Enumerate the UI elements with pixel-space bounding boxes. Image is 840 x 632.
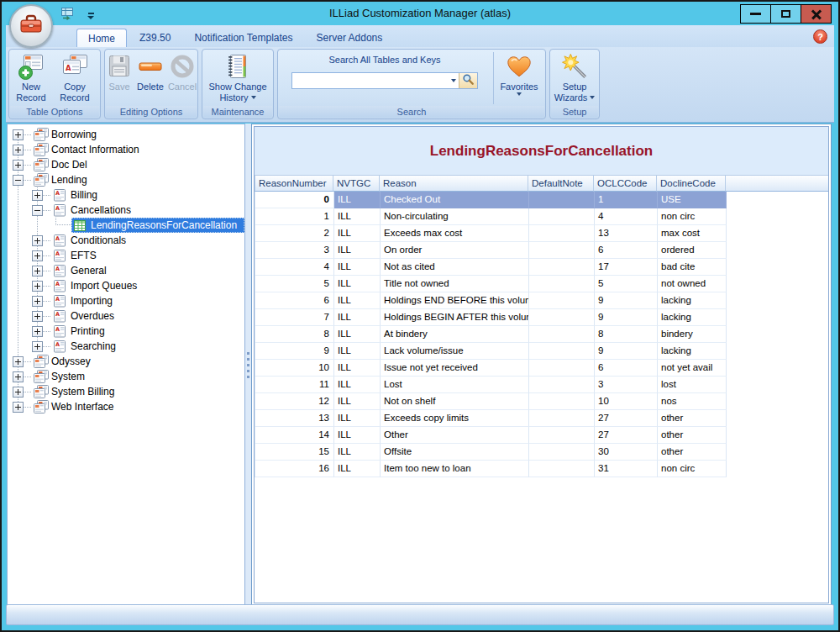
cell-defaultnote[interactable]: [529, 208, 595, 225]
cell-reasonnumber[interactable]: 4: [255, 259, 334, 276]
cell-doclinecode[interactable]: not yet avail: [658, 360, 727, 377]
expand-plus-icon[interactable]: [13, 160, 24, 171]
search-go-button[interactable]: [459, 73, 477, 88]
cell-defaultnote[interactable]: [529, 377, 595, 393]
cell-nvtgc[interactable]: ILL: [334, 225, 381, 242]
cell-reasonnumber[interactable]: 1: [255, 208, 334, 225]
cell-oclccode[interactable]: 27: [595, 410, 658, 427]
cell-reasonnumber[interactable]: 5: [255, 276, 334, 292]
table-row[interactable]: 10ILLIssue not yet received6not yet avai…: [255, 360, 727, 377]
cell-reasonnumber[interactable]: 16: [255, 461, 334, 477]
table-row[interactable]: 7ILLHoldings BEGIN AFTER this volume9lac…: [255, 309, 727, 326]
table-row[interactable]: 9ILLLack volume/issue9lacking: [255, 343, 727, 360]
cell-oclccode[interactable]: 30: [595, 444, 658, 461]
cell-doclinecode[interactable]: bindery: [658, 326, 727, 343]
cell-nvtgc[interactable]: ILL: [334, 309, 381, 326]
cell-doclinecode[interactable]: lost: [658, 377, 727, 393]
table-row[interactable]: 5ILLTitle not owned5not owned: [255, 276, 727, 292]
cell-nvtgc[interactable]: ILL: [334, 393, 381, 410]
setup-wizards-button[interactable]: Setup Wizards: [552, 50, 597, 103]
cell-reasonnumber[interactable]: 14: [255, 427, 334, 444]
cell-defaultnote[interactable]: [529, 410, 595, 427]
tree-item-system-billing[interactable]: System Billing: [8, 384, 244, 399]
collapse-minus-icon[interactable]: [13, 175, 24, 186]
table-row[interactable]: 11ILLLost3lost: [255, 377, 727, 393]
show-change-history-button[interactable]: Show Change History: [204, 50, 271, 103]
expand-plus-icon[interactable]: [13, 145, 24, 155]
cell-reasonnumber[interactable]: 7: [255, 309, 334, 326]
cell-doclinecode[interactable]: non circ: [658, 208, 727, 225]
cell-oclccode[interactable]: 17: [595, 259, 658, 276]
tree-item-searching[interactable]: ASearching: [8, 339, 244, 354]
expand-plus-icon[interactable]: [32, 250, 43, 261]
table-row[interactable]: 4ILLNot as cited17bad cite: [255, 259, 727, 276]
expand-plus-icon[interactable]: [32, 341, 43, 352]
cell-oclccode[interactable]: 8: [595, 326, 658, 343]
cell-reason[interactable]: Holdings END BEFORE this volume: [381, 292, 529, 309]
expand-plus-icon[interactable]: [13, 129, 24, 140]
cell-oclccode[interactable]: 9: [595, 343, 658, 360]
cell-reason[interactable]: Non-circulating: [381, 208, 529, 225]
cell-doclinecode[interactable]: nos: [658, 393, 727, 410]
cell-reasonnumber[interactable]: 11: [255, 377, 334, 393]
column-header-reasonnumber[interactable]: ReasonNumber: [255, 175, 333, 192]
search-input[interactable]: [292, 74, 445, 87]
cancel-button[interactable]: Cancel: [167, 50, 197, 92]
cell-defaultnote[interactable]: [529, 343, 595, 360]
cell-defaultnote[interactable]: [529, 427, 595, 444]
close-button[interactable]: [801, 4, 832, 24]
copy-record-button[interactable]: A Copy Record: [53, 50, 97, 103]
expand-plus-icon[interactable]: [13, 356, 24, 367]
cell-reasonnumber[interactable]: 0: [255, 192, 334, 208]
cell-reason[interactable]: Item too new to loan: [381, 461, 529, 477]
delete-button[interactable]: Delete: [135, 50, 165, 92]
table-row[interactable]: 0ILLChecked Out1USE: [255, 192, 727, 208]
table-row[interactable]: 1ILLNon-circulating4non circ: [255, 208, 727, 225]
expand-plus-icon[interactable]: [13, 402, 24, 413]
cell-doclinecode[interactable]: lacking: [658, 292, 727, 309]
cell-reason[interactable]: Exceeds copy limits: [381, 410, 529, 427]
cell-oclccode[interactable]: 6: [595, 360, 658, 377]
cell-oclccode[interactable]: 13: [595, 225, 658, 242]
application-menu-button[interactable]: [9, 4, 53, 48]
cell-doclinecode[interactable]: other: [658, 427, 727, 444]
search-dropdown-button[interactable]: [445, 73, 459, 88]
expand-plus-icon[interactable]: [13, 387, 24, 398]
tab-home[interactable]: Home: [76, 29, 127, 47]
qat-dropdown-icon[interactable]: [87, 13, 94, 19]
tree-item-lending[interactable]: Lending: [8, 172, 244, 187]
tree-item-doc-del[interactable]: Doc Del: [8, 157, 244, 172]
cell-doclinecode[interactable]: ordered: [658, 242, 727, 259]
collapse-minus-icon[interactable]: [32, 205, 43, 216]
expand-plus-icon[interactable]: [32, 281, 43, 292]
cell-nvtgc[interactable]: ILL: [334, 461, 381, 477]
expand-plus-icon[interactable]: [32, 296, 43, 307]
cell-reason[interactable]: Title not owned: [381, 276, 529, 292]
cell-nvtgc[interactable]: ILL: [334, 276, 381, 292]
favorites-button[interactable]: Favorites: [496, 50, 543, 96]
cell-reason[interactable]: Other: [381, 427, 529, 444]
cell-reason[interactable]: Lost: [381, 377, 529, 393]
cell-doclinecode[interactable]: lacking: [658, 343, 727, 360]
expand-plus-icon[interactable]: [13, 371, 24, 382]
cell-doclinecode[interactable]: max cost: [658, 225, 727, 242]
tree-item-web-interface[interactable]: Web Interface: [8, 399, 244, 414]
tree-item-efts[interactable]: AEFTS: [8, 248, 244, 263]
cell-nvtgc[interactable]: ILL: [334, 343, 381, 360]
tree-item-overdues[interactable]: AOverdues: [8, 308, 244, 324]
cell-reasonnumber[interactable]: 9: [255, 343, 334, 360]
cell-reason[interactable]: At bindery: [381, 326, 529, 343]
column-header-reason[interactable]: Reason: [380, 175, 528, 192]
cell-defaultnote[interactable]: [529, 461, 595, 477]
tab-notification-templates[interactable]: Notification Templates: [183, 29, 303, 47]
tree-item-conditionals[interactable]: AConditionals: [8, 233, 244, 248]
cell-oclccode[interactable]: 5: [595, 276, 658, 292]
cell-oclccode[interactable]: 4: [595, 208, 658, 225]
cell-reason[interactable]: Lack volume/issue: [381, 343, 529, 360]
help-button[interactable]: ?: [813, 29, 827, 44]
cell-doclinecode[interactable]: other: [658, 410, 727, 427]
table-row[interactable]: 15ILLOffsite30other: [255, 444, 727, 461]
cell-nvtgc[interactable]: ILL: [334, 192, 381, 208]
tree-item-odyssey[interactable]: Odyssey: [8, 354, 244, 369]
cell-defaultnote[interactable]: [529, 242, 595, 259]
